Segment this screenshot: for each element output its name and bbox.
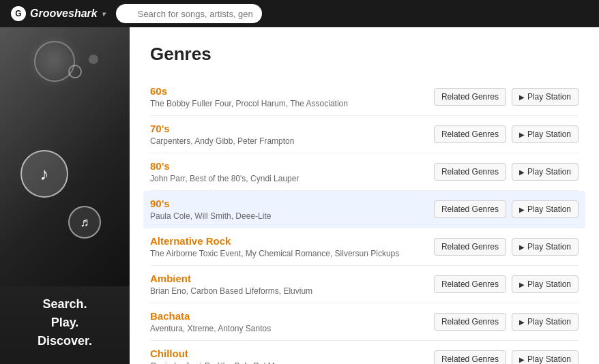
genre-artists-alt-rock: The Airborne Toxic Event, My Chemical Ro…: [150, 249, 434, 258]
brand-name: Grooveshark: [30, 7, 98, 20]
search-input[interactable]: [116, 4, 262, 23]
play-station-button-bachata[interactable]: ▶ Play Station: [512, 313, 579, 331]
genre-info-alt-rock: Alternative Rock The Airborne Toxic Even…: [150, 235, 434, 258]
brand-icon: G: [11, 6, 26, 21]
genre-name-70s: 70's: [150, 123, 434, 134]
related-genres-button-60s[interactable]: Related Genres: [434, 88, 506, 106]
genre-row-chillout: Chillout Govinda, José Padilla, Cafe Del…: [150, 341, 579, 364]
genre-name-alt-rock: Alternative Rock: [150, 235, 434, 247]
play-icon-chillout: ▶: [519, 356, 525, 363]
genre-info-90s: 90's Paula Cole, Will Smith, Deee-Lite: [150, 198, 434, 221]
play-icon-60s: ▶: [519, 93, 525, 101]
genre-actions-chillout: Related Genres ▶ Play Station: [434, 350, 579, 364]
page-title: Genres: [150, 44, 579, 65]
genre-info-chillout: Chillout Govinda, José Padilla, Cafe Del…: [150, 348, 434, 364]
genre-artists-bachata: Aventura, Xtreme, Antony Santos: [150, 324, 434, 333]
play-station-button-90s[interactable]: ▶ Play Station: [512, 200, 579, 218]
genre-info-60s: 60s The Bobby Fuller Four, Procol Harum,…: [150, 85, 434, 108]
genre-artists-90s: Paula Cole, Will Smith, Deee-Lite: [150, 211, 434, 221]
play-station-button-alt-rock[interactable]: ▶ Play Station: [512, 238, 579, 256]
genre-name-bachata: Bachata: [150, 310, 434, 322]
genre-row-60s: 60s The Bobby Fuller Four, Procol Harum,…: [150, 78, 579, 116]
genre-artists-70s: Carpenters, Andy Gibb, Peter Frampton: [150, 136, 434, 146]
play-station-button-80s[interactable]: ▶ Play Station: [512, 163, 579, 181]
main-layout: ♪ ♬ Search. Play. Discover. Genres 60s T…: [0, 27, 599, 364]
play-station-button-ambient[interactable]: ▶ Play Station: [512, 275, 579, 293]
play-icon-alt-rock: ▶: [519, 243, 525, 251]
genre-name-80s: 80's: [150, 160, 434, 172]
genre-actions-90s: Related Genres ▶ Play Station: [434, 200, 579, 218]
related-genres-button-80s[interactable]: Related Genres: [434, 163, 506, 181]
play-icon-90s: ▶: [519, 206, 525, 213]
play-icon-ambient: ▶: [519, 281, 525, 288]
genre-name-chillout: Chillout: [150, 348, 434, 359]
genre-name-90s: 90's: [150, 198, 434, 209]
genre-row-alt-rock: Alternative Rock The Airborne Toxic Even…: [150, 228, 579, 266]
genre-info-70s: 70's Carpenters, Andy Gibb, Peter Frampt…: [150, 123, 434, 146]
genre-actions-alt-rock: Related Genres ▶ Play Station: [434, 238, 579, 256]
genre-info-80s: 80's John Parr, Best of the 80's, Cyndi …: [150, 160, 434, 183]
genre-actions-80s: Related Genres ▶ Play Station: [434, 163, 579, 181]
sidebar-background: ♪ ♬ Search. Play. Discover.: [0, 27, 130, 364]
genre-info-bachata: Bachata Aventura, Xtreme, Antony Santos: [150, 310, 434, 333]
brand-logo-area[interactable]: G Grooveshark ▾: [11, 6, 105, 21]
genre-artists-chillout: Govinda, José Padilla, Cafe Del Mar: [150, 361, 434, 364]
related-genres-button-70s[interactable]: Related Genres: [434, 125, 506, 143]
play-station-button-70s[interactable]: ▶ Play Station: [512, 125, 579, 143]
genre-list: 60s The Bobby Fuller Four, Procol Harum,…: [150, 78, 579, 364]
genre-row-80s: 80's John Parr, Best of the 80's, Cyndi …: [150, 153, 579, 191]
search-wrapper: 🔍: [116, 4, 443, 23]
genre-name-60s: 60s: [150, 85, 434, 97]
related-genres-button-90s[interactable]: Related Genres: [434, 200, 506, 218]
genre-artists-80s: John Parr, Best of the 80's, Cyndi Laupe…: [150, 174, 434, 183]
related-genres-button-bachata[interactable]: Related Genres: [434, 313, 506, 331]
sidebar-tagline: Search. Play. Discover.: [0, 295, 130, 350]
genre-artists-60s: The Bobby Fuller Four, Procol Harum, The…: [150, 99, 434, 108]
brand-chevron[interactable]: ▾: [102, 10, 105, 18]
genre-actions-bachata: Related Genres ▶ Play Station: [434, 313, 579, 331]
genre-actions-60s: Related Genres ▶ Play Station: [434, 88, 579, 106]
genre-artists-ambient: Brian Eno, Carbon Based Lifeforms, Eluvi…: [150, 286, 434, 296]
topbar: G Grooveshark ▾ 🔍: [0, 0, 599, 27]
related-genres-button-chillout[interactable]: Related Genres: [434, 350, 506, 364]
sidebar: ♪ ♬ Search. Play. Discover.: [0, 27, 130, 364]
genre-info-ambient: Ambient Brian Eno, Carbon Based Lifeform…: [150, 273, 434, 296]
genre-row-bachata: Bachata Aventura, Xtreme, Antony Santos …: [150, 303, 579, 341]
genre-actions-ambient: Related Genres ▶ Play Station: [434, 275, 579, 293]
genre-name-ambient: Ambient: [150, 273, 434, 284]
genre-row-70s: 70's Carpenters, Andy Gibb, Peter Frampt…: [150, 116, 579, 153]
music-note-circle-2: ♬: [68, 206, 101, 239]
sidebar-hero-image: ♪ ♬: [0, 27, 130, 286]
play-icon-bachata: ▶: [519, 318, 525, 326]
genre-actions-70s: Related Genres ▶ Play Station: [434, 125, 579, 143]
play-icon-80s: ▶: [519, 168, 525, 176]
genre-row-ambient: Ambient Brian Eno, Carbon Based Lifeform…: [150, 266, 579, 303]
genre-row-90s: 90's Paula Cole, Will Smith, Deee-Lite R…: [143, 191, 585, 228]
play-station-button-60s[interactable]: ▶ Play Station: [512, 88, 579, 106]
music-note-circle: ♪: [20, 150, 68, 198]
related-genres-button-alt-rock[interactable]: Related Genres: [434, 238, 506, 256]
play-station-button-chillout[interactable]: ▶ Play Station: [512, 350, 579, 364]
play-icon-70s: ▶: [519, 131, 525, 138]
related-genres-button-ambient[interactable]: Related Genres: [434, 275, 506, 293]
content-area: Genres 60s The Bobby Fuller Four, Procol…: [130, 27, 599, 364]
